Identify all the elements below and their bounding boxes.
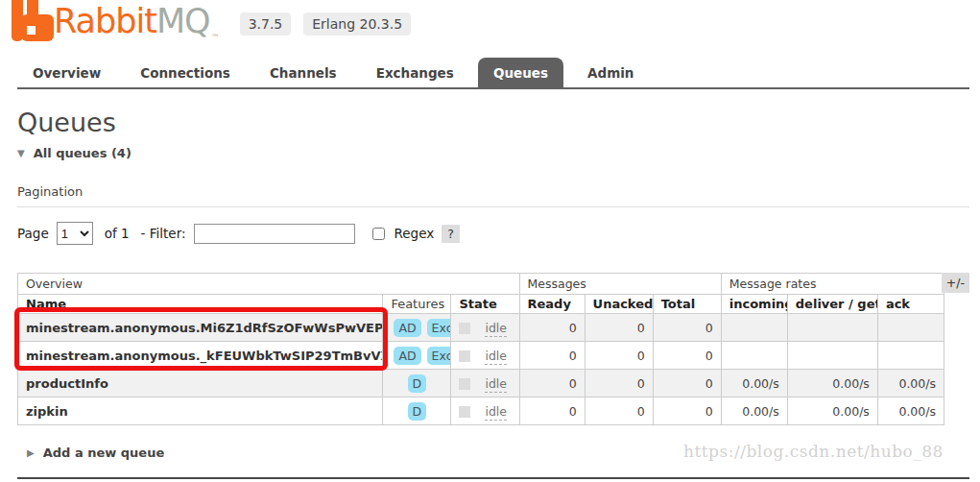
feature-badge-exclusive: Excl — [427, 319, 451, 337]
queue-state-cell: idle — [451, 370, 519, 398]
group-header-row: Overview Messages Message rates — [18, 274, 944, 295]
regex-help-button[interactable]: ? — [442, 225, 460, 243]
state-indicator-icon — [459, 350, 470, 362]
table-row: minestream.anonymous._kFEUWbkTwSIP29TmBv… — [18, 342, 944, 370]
table-row: productInfo D idle 0 0 0 0.00/s 0.00/s 0… — [18, 370, 944, 398]
all-queues-toggle[interactable]: ▼ All queues (4) — [17, 146, 963, 160]
state-label: idle — [485, 349, 507, 365]
queue-features-cell: ADExcl — [383, 342, 451, 370]
total-count: 0 — [653, 398, 721, 425]
total-count: 0 — [653, 370, 721, 398]
state-label: idle — [485, 376, 507, 393]
footer: HTTP API Server Docs Tutorials Community… — [17, 477, 969, 482]
column-header-row: Name Features State Ready Unacked Total … — [18, 295, 944, 314]
total-count: 0 — [653, 342, 721, 370]
column-header-ack[interactable]: ack — [877, 295, 944, 314]
logo-text-rabbit: Rabbit — [54, 2, 156, 40]
total-count: 0 — [653, 314, 721, 342]
queue-features-cell: D — [383, 398, 451, 425]
deliver-get-rate — [787, 314, 877, 342]
erlang-version-badge: Erlang 20.3.5 — [303, 12, 411, 36]
chevron-right-icon: ▶ — [27, 447, 35, 458]
csdn-watermark: https://blog.csdn.net/hubo_88 — [683, 442, 944, 461]
incoming-rate: 0.00/s — [721, 370, 787, 398]
ack-rate — [877, 342, 944, 370]
deliver-get-rate: 0.00/s — [787, 398, 877, 425]
logo-text-mq: MQ — [156, 2, 210, 40]
pagination-section-title: Pagination — [17, 184, 969, 207]
feature-badge-exclusive: Excl — [427, 347, 451, 365]
pagination-controls: Page 1 of 1 - Filter: Regex ? — [17, 222, 963, 245]
feature-badge-autodelete: AD — [394, 319, 420, 337]
queue-name-link[interactable]: minestream.anonymous.Mi6Z1dRfSzOFwWsPwVE… — [18, 314, 383, 342]
unacked-count: 0 — [585, 314, 653, 342]
deliver-get-rate — [787, 342, 877, 370]
deliver-get-rate: 0.00/s — [787, 370, 877, 398]
ack-rate — [877, 314, 944, 342]
version-badges: 3.7.5 Erlang 20.3.5 — [240, 12, 411, 36]
group-header-overview: Overview — [18, 274, 520, 295]
add-queue-toggle-label: Add a new queue — [43, 446, 165, 460]
queues-table: Overview Messages Message rates Name Fea… — [17, 273, 944, 425]
main-nav: Overview Connections Channels Exchanges … — [17, 58, 969, 89]
incoming-rate — [721, 342, 787, 370]
tab-queues[interactable]: Queues — [478, 58, 563, 87]
column-header-total[interactable]: Total — [653, 295, 721, 314]
state-indicator-icon — [459, 378, 470, 390]
trademark-symbol: ™ — [211, 33, 219, 42]
ack-rate: 0.00/s — [877, 370, 944, 398]
queue-features-cell: D — [383, 370, 451, 398]
queue-name-link[interactable]: productInfo — [18, 370, 383, 398]
state-indicator-icon — [459, 323, 470, 334]
queue-state-cell: idle — [451, 314, 519, 342]
tab-admin[interactable]: Admin — [572, 58, 649, 87]
ready-count: 0 — [519, 398, 585, 425]
filter-label: - Filter: — [141, 226, 186, 241]
state-label: idle — [485, 321, 507, 337]
unacked-count: 0 — [585, 342, 653, 370]
tab-connections[interactable]: Connections — [125, 58, 246, 87]
regex-checkbox[interactable] — [372, 228, 385, 240]
column-header-incoming[interactable]: incoming — [721, 295, 787, 314]
tab-overview[interactable]: Overview — [17, 58, 116, 87]
ready-count: 0 — [519, 342, 585, 370]
incoming-rate: 0.00/s — [721, 398, 787, 425]
table-row: minestream.anonymous.Mi6Z1dRfSzOFwWsPwVE… — [18, 314, 944, 342]
state-indicator-icon — [459, 406, 470, 418]
column-toggle-button[interactable]: +/- — [942, 273, 969, 293]
table-row: zipkin D idle 0 0 0 0.00/s 0.00/s 0.00/s — [18, 398, 944, 425]
filter-input[interactable] — [194, 224, 355, 244]
ready-count: 0 — [519, 314, 585, 342]
regex-label: Regex — [394, 226, 435, 241]
column-header-features: Features — [383, 295, 451, 314]
column-header-state[interactable]: State — [451, 295, 519, 314]
page-select[interactable]: 1 — [57, 222, 93, 245]
rabbitmq-logo[interactable]: RabbitMQ™ — [12, 0, 219, 59]
state-label: idle — [485, 404, 507, 421]
unacked-count: 0 — [585, 370, 653, 398]
page-of-label: of 1 — [105, 226, 130, 241]
queues-table-wrap: Overview Messages Message rates Name Fea… — [17, 273, 969, 425]
tab-channels[interactable]: Channels — [254, 58, 352, 87]
logo-wordmark: RabbitMQ™ — [54, 0, 219, 59]
queue-features-cell: ADExcl — [383, 314, 451, 342]
rabbitmq-logo-icon — [12, 0, 54, 46]
group-header-message-rates: Message rates — [721, 274, 944, 295]
column-header-deliver-get[interactable]: deliver / get — [787, 295, 877, 314]
chevron-down-icon: ▼ — [17, 148, 25, 158]
queue-state-cell: idle — [451, 342, 519, 370]
column-header-unacked[interactable]: Unacked — [585, 295, 653, 314]
ack-rate: 0.00/s — [877, 398, 944, 425]
page-title: Queues — [17, 108, 963, 137]
feature-badge-autodelete: AD — [394, 347, 420, 365]
incoming-rate — [721, 314, 787, 342]
queue-name-link[interactable]: minestream.anonymous._kFEUWbkTwSIP29TmBv… — [18, 342, 383, 370]
column-header-name[interactable]: Name — [18, 295, 383, 314]
queue-name-link[interactable]: zipkin — [18, 398, 383, 425]
all-queues-toggle-label: All queues (4) — [34, 146, 131, 160]
tab-exchanges[interactable]: Exchanges — [361, 58, 469, 87]
ready-count: 0 — [519, 370, 585, 398]
column-header-ready[interactable]: Ready — [519, 295, 585, 314]
rabbitmq-version-badge: 3.7.5 — [240, 12, 292, 36]
unacked-count: 0 — [585, 398, 653, 425]
